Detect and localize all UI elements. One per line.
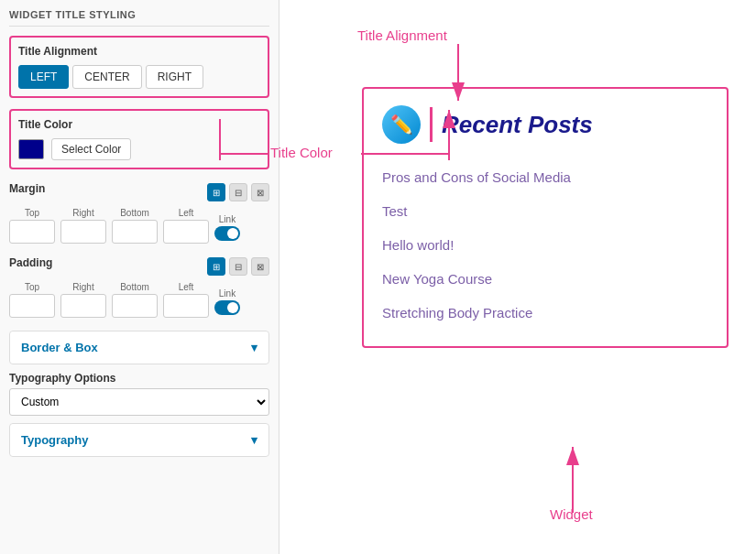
padding-top-input[interactable] <box>9 294 55 318</box>
margin-right-input[interactable] <box>60 220 106 244</box>
list-item[interactable]: Pros and Cons of Social Media <box>382 160 708 194</box>
padding-link-col: Link <box>214 288 240 318</box>
padding-left-col: Left <box>163 282 209 318</box>
margin-icon-3[interactable]: ⊠ <box>251 183 269 201</box>
title-alignment-section: Title Alignment LEFT CENTER RIGHT <box>9 36 269 98</box>
padding-bottom-label: Bottom <box>120 282 149 292</box>
border-box-label: Border & Box <box>21 341 98 354</box>
margin-section: Margin ⊞ ⊟ ⊠ Top Right Bottom Left <box>9 182 269 244</box>
margin-icon-group: ⊞ ⊟ ⊠ <box>207 183 269 201</box>
align-left-button[interactable]: LEFT <box>18 65 69 89</box>
margin-link-toggle[interactable] <box>214 226 240 241</box>
margin-top-input[interactable] <box>9 220 55 244</box>
typography-options-section: Typography Options Default Custom Theme … <box>9 372 269 416</box>
padding-icon-1[interactable]: ⊞ <box>207 257 225 276</box>
typography-label: Typography <box>21 433 88 447</box>
padding-label: Padding <box>9 256 52 269</box>
padding-link-toggle[interactable] <box>214 300 240 315</box>
align-right-button[interactable]: RIGHT <box>146 65 203 89</box>
typography-options-label: Typography Options <box>9 372 269 385</box>
margin-top-label: Top <box>25 208 39 218</box>
padding-fields-row: Top Right Bottom Left Link <box>9 282 269 318</box>
border-box-chevron-icon: ▾ <box>251 341 257 354</box>
typography-options-select[interactable]: Default Custom Theme Default <box>9 388 269 416</box>
padding-right-label: Right <box>72 282 93 292</box>
margin-bottom-col: Bottom <box>112 208 158 244</box>
margin-link-col: Link <box>214 214 240 244</box>
margin-bottom-label: Bottom <box>120 208 149 218</box>
annotation-widget: Widget <box>550 506 593 522</box>
margin-top-col: Top <box>9 208 55 244</box>
margin-left-input[interactable] <box>163 220 209 244</box>
list-item[interactable]: New Yoga Course <box>382 262 708 296</box>
widget-divider <box>430 107 433 142</box>
typography-chevron-icon: ▾ <box>251 433 257 447</box>
padding-right-input[interactable] <box>60 294 106 318</box>
color-swatch-row: Select Color <box>18 138 260 160</box>
margin-right-col: Right <box>60 208 106 244</box>
margin-icon-1[interactable]: ⊞ <box>207 183 225 201</box>
panel-title: WIDGET TITLE STYLING <box>9 9 269 27</box>
margin-header: Margin ⊞ ⊟ ⊠ <box>9 182 269 202</box>
title-color-label: Title Color <box>18 118 260 131</box>
padding-icon-group: ⊞ ⊟ ⊠ <box>207 257 269 276</box>
select-color-button[interactable]: Select Color <box>51 138 131 160</box>
title-alignment-label: Title Alignment <box>18 45 260 58</box>
widget-box: ✏️ Recent Posts Pros and Cons of Social … <box>362 87 729 348</box>
padding-section: Padding ⊞ ⊟ ⊠ Top Right Bottom Left <box>9 256 269 318</box>
list-item[interactable]: Hello world! <box>382 228 708 262</box>
widget-header: ✏️ Recent Posts <box>382 105 708 144</box>
margin-left-label: Left <box>179 208 194 218</box>
margin-icon-2[interactable]: ⊟ <box>229 183 247 201</box>
margin-link-label: Link <box>219 214 236 224</box>
list-item[interactable]: Stretching Body Practice <box>382 296 708 330</box>
margin-bottom-input[interactable] <box>112 220 158 244</box>
padding-header: Padding ⊞ ⊟ ⊠ <box>9 256 269 277</box>
padding-link-label: Link <box>219 288 236 299</box>
padding-top-label: Top <box>25 282 39 292</box>
widget-posts-list: Pros and Cons of Social Media Test Hello… <box>382 160 708 330</box>
padding-left-label: Left <box>179 282 194 292</box>
border-box-header[interactable]: Border & Box ▾ <box>10 331 268 364</box>
title-color-section: Title Color Select Color <box>9 109 269 169</box>
border-box-accordion: Border & Box ▾ <box>9 331 269 364</box>
align-center-button[interactable]: CENTER <box>72 65 141 89</box>
widget-title: Recent Posts <box>442 111 593 139</box>
typography-accordion: Typography ▾ <box>9 423 269 457</box>
widget-edit-icon: ✏️ <box>382 105 421 144</box>
margin-right-label: Right <box>72 208 93 218</box>
typography-header[interactable]: Typography ▾ <box>10 424 268 456</box>
padding-left-input[interactable] <box>163 294 209 318</box>
annotation-title-alignment: Title Alignment <box>357 27 447 43</box>
padding-top-col: Top <box>9 282 55 318</box>
padding-bottom-col: Bottom <box>112 282 158 318</box>
annotation-title-color: Title Color <box>270 145 333 160</box>
margin-label: Margin <box>9 182 45 195</box>
padding-bottom-input[interactable] <box>112 294 158 318</box>
padding-right-col: Right <box>60 282 106 318</box>
alignment-buttons-group: LEFT CENTER RIGHT <box>18 65 260 89</box>
margin-fields-row: Top Right Bottom Left Link <box>9 208 269 244</box>
list-item[interactable]: Test <box>382 194 708 228</box>
padding-icon-3[interactable]: ⊠ <box>251 257 269 276</box>
left-panel: WIDGET TITLE STYLING Title Alignment LEF… <box>0 0 279 554</box>
padding-icon-2[interactable]: ⊟ <box>229 257 247 276</box>
margin-left-col: Left <box>163 208 209 244</box>
color-swatch[interactable] <box>18 139 44 159</box>
